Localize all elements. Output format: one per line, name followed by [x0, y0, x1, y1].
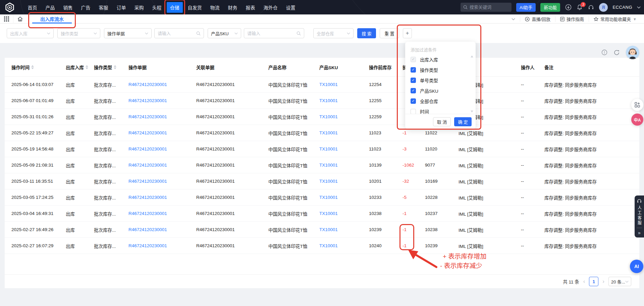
sku-link[interactable]: TX10001: [319, 98, 338, 103]
cell-operator: --: [516, 82, 540, 87]
nav-item-2[interactable]: 销售: [60, 2, 76, 13]
prev-page-button[interactable]: ‹: [583, 278, 586, 285]
filter-option-5[interactable]: 时间: [405, 106, 476, 114]
nav-item-5[interactable]: 订单: [113, 2, 129, 13]
account-chevron-down-icon[interactable]: [637, 6, 641, 9]
account-name[interactable]: ECCANG: [612, 5, 632, 10]
sku-link[interactable]: TX10001: [319, 146, 338, 151]
nav-item-7[interactable]: 头程: [149, 2, 165, 13]
sku-link[interactable]: TX10001: [319, 82, 338, 87]
checkbox-checked[interactable]: ✓: [411, 78, 416, 83]
operation-guide-link[interactable]: 操作指南: [555, 16, 589, 22]
sort-icon[interactable]: [86, 65, 88, 69]
nav-item-13[interactable]: 海外仓: [260, 2, 281, 13]
translate-button[interactable]: 中A: [631, 114, 643, 126]
filter-option-4[interactable]: ✓全部仓库: [405, 96, 476, 106]
scroll-down-icon[interactable]: [471, 111, 473, 113]
cancel-button[interactable]: 取 消: [433, 117, 451, 126]
customize-widget-button[interactable]: [631, 99, 643, 111]
doc-link[interactable]: R46724120230001: [128, 211, 167, 216]
warehouse-select[interactable]: 全部仓库: [313, 28, 354, 38]
ai-float-button[interactable]: AI: [630, 260, 643, 273]
notifications-button[interactable]: 3: [576, 4, 583, 11]
nav-item-11[interactable]: 财务: [225, 2, 241, 13]
nav-item-1[interactable]: 产品: [42, 2, 58, 13]
sku-link[interactable]: TX10001: [319, 195, 338, 200]
optype-filter-select[interactable]: 操作类型: [57, 28, 100, 38]
favorites-link[interactable]: 常用功能收藏夹 ▼: [589, 16, 641, 22]
doc-link[interactable]: R46724120230001: [128, 195, 167, 200]
doc-link[interactable]: R46724120230001: [128, 114, 167, 119]
filter-option-0[interactable]: ✓出库入库: [405, 54, 476, 64]
nav-item-0[interactable]: 首页: [24, 2, 41, 13]
sku-link[interactable]: TX10001: [319, 243, 338, 248]
apps-grid-button[interactable]: [0, 14, 13, 24]
search-button[interactable]: 搜 索: [357, 28, 376, 38]
warehouse-placeholder: 全部仓库: [317, 30, 334, 37]
doc-number-input[interactable]: [158, 31, 196, 36]
sku-link[interactable]: TX10001: [319, 179, 338, 184]
ai-assistant-button[interactable]: AI助手: [516, 3, 536, 12]
add-filter-button[interactable]: +: [403, 28, 412, 38]
account-avatar[interactable]: [599, 3, 608, 12]
sort-icon[interactable]: [114, 65, 116, 69]
global-search-input[interactable]: [470, 5, 506, 10]
download-button[interactable]: [565, 4, 572, 11]
column-header-0[interactable]: 操作时间: [7, 64, 61, 71]
user-avatar[interactable]: [626, 46, 639, 59]
nav-item-9[interactable]: 自发货: [184, 2, 205, 13]
checkbox-checked[interactable]: ✓: [411, 98, 416, 104]
sku-input[interactable]: [247, 31, 297, 36]
filter-option-2[interactable]: ✓单号类型: [405, 75, 476, 85]
next-page-button[interactable]: ›: [602, 278, 605, 285]
doc-link[interactable]: R46724120230001: [128, 130, 167, 135]
sku-link[interactable]: TX10001: [319, 211, 338, 216]
checkbox-unchecked[interactable]: [411, 109, 416, 114]
checkbox-checked[interactable]: ✓: [411, 57, 416, 62]
doc-link[interactable]: R46724120230001: [128, 163, 167, 168]
sort-icon[interactable]: [31, 65, 34, 69]
page-size-select[interactable]: 20 条...: [608, 277, 631, 286]
checkbox-checked[interactable]: ✓: [411, 88, 416, 93]
doc-link[interactable]: R46724120230001: [128, 179, 167, 184]
nav-item-8[interactable]: 仓储: [167, 2, 183, 13]
inout-filter-select[interactable]: 出库入库: [7, 28, 54, 38]
tab-inventory-flow[interactable]: 出入库流水: [32, 14, 72, 24]
doc-link[interactable]: R46724120230001: [128, 98, 167, 103]
live-replay-link[interactable]: 直播/回放: [520, 16, 555, 22]
doc-link[interactable]: R46724120230001: [128, 227, 167, 232]
doc-link[interactable]: R46724120230001: [128, 82, 167, 87]
nav-item-3[interactable]: 广告: [78, 2, 94, 13]
global-search[interactable]: [461, 3, 512, 12]
support-button[interactable]: [588, 4, 594, 11]
sku-link[interactable]: TX10001: [319, 114, 338, 119]
refresh-icon[interactable]: [613, 49, 620, 56]
doc-type-select[interactable]: 操作单据: [104, 28, 152, 38]
sku-link[interactable]: TX10001: [319, 227, 338, 232]
filter-option-1[interactable]: ✓操作类型: [405, 64, 476, 75]
expand-icon[interactable]: »: [638, 230, 641, 235]
current-page-button[interactable]: 1: [589, 277, 598, 286]
nav-item-6[interactable]: 采购: [131, 2, 147, 13]
sku-link[interactable]: TX10001: [319, 163, 338, 168]
reset-button[interactable]: 重 置: [380, 28, 399, 38]
column-header-2[interactable]: 操作类型: [89, 64, 124, 71]
column-header-1[interactable]: 出库入库: [61, 64, 89, 71]
doc-link[interactable]: R46724120230001: [128, 243, 167, 248]
doc-link[interactable]: R46724120230001: [128, 146, 167, 151]
filter-option-3[interactable]: ✓产品SKU: [405, 85, 476, 96]
checkbox-checked[interactable]: ✓: [411, 67, 416, 73]
nav-item-4[interactable]: 客服: [96, 2, 112, 13]
sku-type-select[interactable]: 产品SKU: [208, 28, 241, 38]
collapse-chevron-button[interactable]: [507, 16, 520, 22]
nav-item-14[interactable]: 设置: [283, 2, 299, 13]
nav-item-12[interactable]: 报表: [243, 2, 259, 13]
home-button[interactable]: [13, 14, 27, 24]
new-features-button[interactable]: 新功能: [540, 3, 560, 12]
info-icon[interactable]: [601, 49, 607, 55]
sku-link[interactable]: TX10001: [319, 130, 338, 135]
confirm-button[interactable]: 确 定: [454, 117, 472, 126]
scroll-up-icon[interactable]: [471, 55, 473, 57]
nav-item-10[interactable]: 物流: [207, 2, 223, 13]
customer-service-panel[interactable]: 人工客服 »: [635, 195, 644, 237]
